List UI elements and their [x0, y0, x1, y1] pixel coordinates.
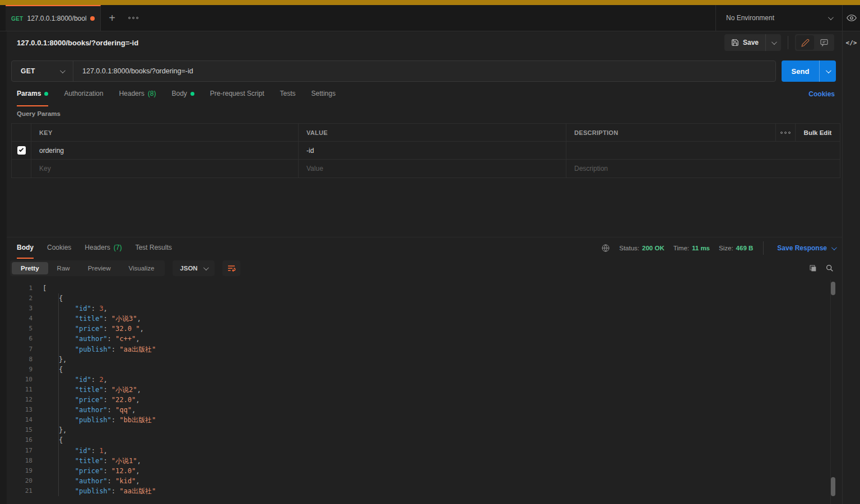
pencil-icon — [801, 39, 810, 47]
line-number: 11 — [7, 385, 32, 395]
line-number: 20 — [7, 476, 32, 486]
param-description-cell[interactable] — [566, 142, 840, 159]
window-titlebar — [0, 0, 860, 5]
green-dot-indicator — [190, 92, 194, 96]
scrollbar-track[interactable] — [830, 280, 836, 504]
request-header-row: 127.0.0.1:8000/books/?ordering=-id Save — [7, 31, 842, 54]
response-meta: Status: 200 OK Time: 11 ms Size: 469 B S… — [601, 237, 835, 259]
line-number: 4 — [7, 314, 32, 324]
bulk-edit-button[interactable]: Bulk Edit — [796, 124, 840, 141]
size-value: 469 B — [736, 245, 754, 251]
save-response-button[interactable]: Save Response — [777, 244, 835, 252]
tab-count-badge: (7) — [114, 244, 122, 251]
response-tab-headers[interactable]: Headers(7) — [85, 237, 122, 259]
more-options-icon — [128, 17, 138, 19]
tab-label: Cookies — [47, 244, 71, 251]
response-tab-cookies[interactable]: Cookies — [47, 237, 71, 259]
scrollbar-thumb[interactable] — [831, 282, 835, 295]
chevron-down-icon — [771, 39, 777, 45]
code-line: 9{ — [7, 365, 833, 375]
comment-icon — [820, 38, 829, 47]
search-icon[interactable] — [825, 264, 834, 273]
scrollbar-thumb[interactable] — [831, 477, 835, 496]
response-tab-body[interactable]: Body — [17, 237, 34, 259]
code-snippet-icon[interactable]: </> — [846, 39, 857, 504]
copy-icon[interactable] — [808, 264, 817, 273]
code-line: 1[ — [7, 283, 833, 293]
method-value: GET — [21, 67, 35, 75]
response-tools — [808, 264, 834, 273]
line-number: 18 — [7, 456, 32, 466]
param-enabled-cell — [12, 142, 31, 159]
environment-label: No Environment — [726, 14, 774, 22]
new-value-input[interactable]: Value — [299, 160, 566, 178]
line-number: 6 — [7, 334, 32, 344]
format-selector[interactable]: JSON — [173, 260, 214, 276]
code-line: 11 "title": "小说2", — [7, 385, 833, 395]
wrap-lines-button[interactable] — [222, 260, 240, 276]
code-line: 3 "id": 3, — [7, 304, 833, 314]
line-number: 16 — [7, 435, 32, 445]
send-options-button[interactable] — [819, 60, 836, 82]
postman-window: GET 127.0.0.1:8000/books/? + No Environm… — [0, 0, 860, 504]
tab-tests[interactable]: Tests — [280, 82, 296, 106]
view-mode-raw[interactable]: Raw — [48, 262, 79, 274]
tab-authorization[interactable]: Authorization — [64, 82, 103, 106]
tab-pre-request-script[interactable]: Pre-request Script — [210, 82, 264, 106]
new-tab-button[interactable]: + — [101, 5, 123, 31]
edit-comment-group — [795, 34, 834, 51]
tab-label: Settings — [312, 90, 336, 97]
line-number: 14 — [7, 415, 32, 425]
cookies-link[interactable]: Cookies — [808, 82, 835, 106]
response-tab-test-results[interactable]: Test Results — [135, 237, 171, 259]
view-mode-switcher: PrettyRawPreviewVisualize — [10, 260, 165, 276]
request-tab[interactable]: GET 127.0.0.1:8000/books/? — [6, 5, 101, 31]
line-number: 10 — [7, 375, 32, 385]
response-view-controls: PrettyRawPreviewVisualize JSON — [10, 259, 842, 278]
save-label: Save — [743, 39, 759, 46]
param-key-cell[interactable]: ordering — [31, 142, 299, 159]
tab-body[interactable]: Body — [171, 82, 194, 106]
tab-label: Body — [17, 244, 34, 251]
save-icon — [731, 39, 739, 46]
time-label: Time: — [673, 245, 689, 251]
save-options-button[interactable] — [765, 34, 781, 51]
tab-params[interactable]: Params — [17, 82, 48, 106]
tab-label: Headers — [85, 244, 110, 251]
save-response-label: Save Response — [777, 244, 827, 252]
code-line: 4 "title": "小说3", — [7, 314, 833, 324]
code-line: 8}, — [7, 354, 833, 365]
param-enabled-cell — [12, 160, 31, 178]
send-button[interactable]: Send — [782, 60, 819, 82]
code-line: 21 "publish": "aa出版社" — [7, 486, 833, 496]
line-number: 13 — [7, 405, 32, 415]
new-description-input[interactable]: Description — [566, 160, 840, 178]
response-body-editor[interactable]: 1[2{3 "id": 3,4 "title": "小说3",5 "price"… — [7, 280, 833, 496]
line-number: 8 — [7, 354, 32, 365]
new-key-input[interactable]: Key — [31, 160, 299, 178]
globe-icon — [601, 244, 610, 253]
save-button[interactable]: Save — [724, 34, 765, 51]
comment-button[interactable] — [815, 35, 833, 50]
edit-button[interactable] — [796, 35, 814, 50]
line-number: 9 — [7, 365, 32, 375]
tab-headers[interactable]: Headers(8) — [119, 82, 156, 106]
view-mode-pretty[interactable]: Pretty — [12, 262, 48, 274]
line-number: 17 — [7, 446, 32, 456]
code-line: 7 "publish": "aa出版社" — [7, 344, 833, 354]
method-selector[interactable]: GET — [12, 61, 73, 81]
url-input[interactable]: 127.0.0.1:8000/books/?ordering=-id — [73, 61, 775, 81]
status-value: 200 OK — [642, 245, 664, 251]
column-options-button[interactable] — [776, 124, 796, 141]
table-placeholder-row: Key Value Description — [12, 160, 840, 178]
tab-settings[interactable]: Settings — [312, 82, 336, 106]
param-enabled-checkbox[interactable] — [17, 146, 26, 155]
environment-quick-look-button[interactable] — [842, 5, 860, 31]
view-mode-preview[interactable]: Preview — [79, 262, 120, 274]
environment-selector[interactable]: No Environment — [715, 5, 842, 31]
tab-options-button[interactable] — [123, 5, 143, 31]
view-mode-visualize[interactable]: Visualize — [120, 262, 164, 274]
value-column-header: VALUE — [299, 124, 566, 141]
param-value-cell[interactable]: -id — [299, 142, 566, 159]
tab-label: Headers — [119, 90, 144, 97]
